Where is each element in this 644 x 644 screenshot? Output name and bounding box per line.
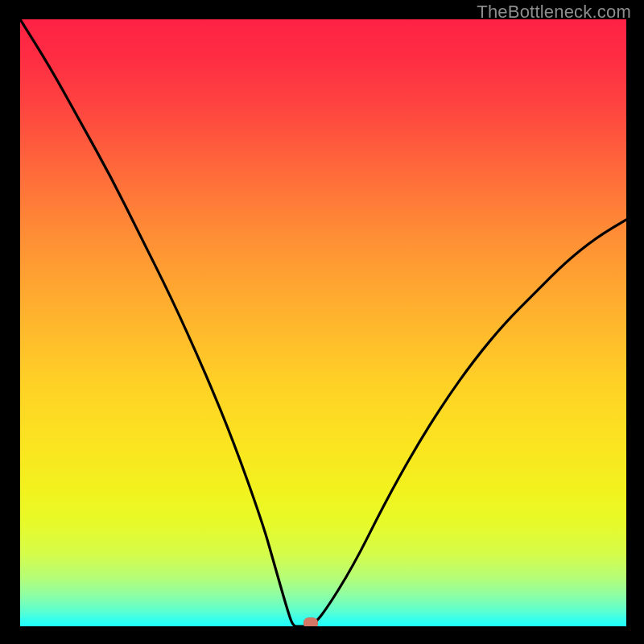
optimum-marker	[303, 617, 318, 626]
chart-container: TheBottleneck.com	[0, 0, 644, 644]
watermark-text: TheBottleneck.com	[477, 2, 631, 23]
plot-area	[20, 19, 626, 626]
curve-layer	[20, 19, 626, 626]
bottleneck-curve	[20, 19, 626, 626]
